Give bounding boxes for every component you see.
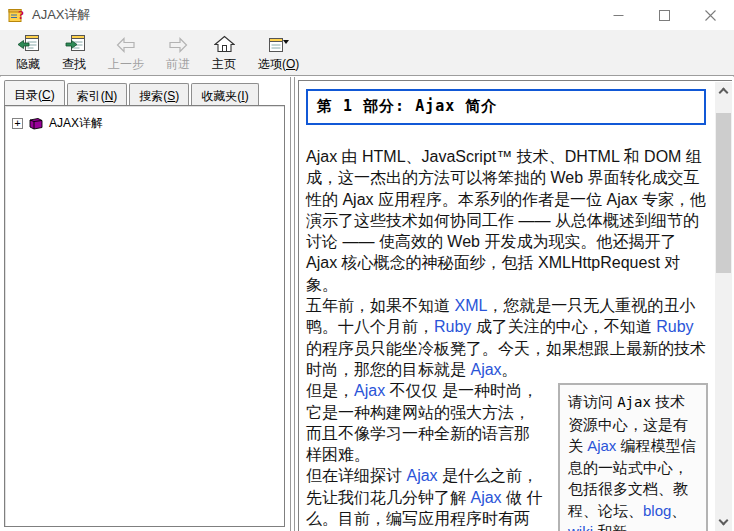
- locate-icon: [63, 33, 86, 53]
- home-icon: [214, 33, 235, 53]
- text-link[interactable]: blog: [643, 502, 671, 519]
- toolbar-button-options[interactable]: 选项(O): [247, 30, 310, 75]
- article-heading: 第 1 部分: Ajax 简介: [306, 89, 706, 125]
- sidebar-tabs: 目录(C) 索引(N) 搜索(S) 收藏夹(I): [4, 80, 259, 105]
- chevron-up-icon: [719, 88, 729, 98]
- text-run: 成了关注的中心，不知道: [471, 318, 656, 335]
- back-arrow-icon: [116, 33, 136, 53]
- title-bar: ? AJAX详解: [0, 0, 734, 30]
- tree-item-label: AJAX详解: [49, 115, 103, 132]
- text-link[interactable]: Ajax: [470, 489, 501, 506]
- text-link[interactable]: Ajax: [587, 437, 616, 454]
- help-book-icon: ?: [8, 7, 25, 23]
- close-button[interactable]: [687, 1, 733, 30]
- toolbar-label: 前进: [166, 56, 190, 73]
- toolbar-label: 隐藏: [16, 56, 40, 73]
- text-run: 。: [502, 361, 518, 378]
- tab-search[interactable]: 搜索(S): [129, 83, 189, 105]
- code-text: Ajax: [617, 394, 651, 410]
- maximize-button[interactable]: [641, 1, 687, 30]
- tab-contents[interactable]: 目录(C): [4, 80, 65, 105]
- forward-arrow-icon: [168, 33, 188, 53]
- tab-favorites[interactable]: 收藏夹(I): [191, 83, 258, 105]
- text-run: Ajax 由 HTML、JavaScript™ 技术、DHTML 和 DOM 组…: [306, 148, 706, 293]
- chevron-down-icon: [719, 516, 729, 526]
- document-body: 第 1 部分: Ajax 简介 Ajax 由 HTML、JavaScript™ …: [300, 82, 714, 531]
- text-run: 五年前，如果不知道: [306, 297, 454, 314]
- scroll-down-button[interactable]: [715, 514, 732, 531]
- toolbar: 隐藏 查找 上一步: [0, 30, 734, 76]
- tree-item-ajax[interactable]: + AJAX详解: [5, 106, 284, 132]
- text-link[interactable]: XML: [454, 297, 487, 314]
- paragraph: 五年前，如果不知道 XML，您就是一只无人重视的丑小鸭。十八个月前，Ruby 成…: [306, 295, 708, 380]
- contents-tree: + AJAX详解: [4, 105, 285, 527]
- vertical-scrollbar[interactable]: [715, 82, 732, 531]
- paragraph: Ajax 由 HTML、JavaScript™ 技术、DHTML 和 DOM 组…: [306, 146, 708, 295]
- options-icon: [267, 33, 291, 53]
- text-run: 、: [671, 502, 686, 519]
- toolbar-label: 上一步: [108, 56, 144, 73]
- text-run: 但在详细探讨: [306, 467, 406, 484]
- content-pane: 第 1 部分: Ajax 简介 Ajax 由 HTML、JavaScript™ …: [298, 80, 732, 531]
- scroll-up-button[interactable]: [715, 82, 732, 99]
- resource-center-box: 请访问 Ajax 技术资源中心，这是有关 Ajax 编程模型信息的一站式中心，包…: [558, 383, 708, 531]
- text-run: 请访问: [568, 393, 617, 410]
- help-viewer-window: ? AJAX详解: [0, 0, 734, 531]
- expand-plus-icon[interactable]: +: [12, 118, 23, 129]
- text-link[interactable]: Ajax: [354, 382, 385, 399]
- main-area: 目录(C) 索引(N) 搜索(S) 收藏夹(I) + AJAX详解: [0, 77, 734, 531]
- toolbar-label: 主页: [212, 56, 236, 73]
- text-link[interactable]: Ajax: [470, 361, 501, 378]
- toolbar-button-home[interactable]: 主页: [201, 30, 247, 75]
- toolbar-button-hide[interactable]: 隐藏: [5, 30, 51, 75]
- window-title: AJAX详解: [32, 6, 91, 24]
- text-link[interactable]: Ruby: [656, 318, 693, 335]
- toolbar-button-back[interactable]: 上一步: [97, 30, 155, 75]
- toolbar-button-forward[interactable]: 前进: [155, 30, 201, 75]
- text-link[interactable]: Ruby: [434, 318, 471, 335]
- scrollbar-thumb[interactable]: [716, 113, 731, 273]
- svg-text:?: ?: [18, 8, 24, 22]
- hide-panel-icon: [17, 33, 40, 53]
- window-controls: [595, 1, 733, 30]
- text-run: 和新: [593, 523, 627, 531]
- book-icon: [28, 117, 44, 130]
- text-run: 但是，: [306, 382, 354, 399]
- minimize-button[interactable]: [595, 1, 641, 30]
- maximize-icon: [659, 10, 670, 21]
- toolbar-label: 查找: [62, 56, 86, 73]
- pane-splitter[interactable]: [286, 77, 298, 531]
- minimize-icon: [613, 10, 624, 21]
- text-link[interactable]: wiki: [568, 523, 593, 531]
- toolbar-label: 选项(O): [258, 56, 299, 73]
- close-icon: [705, 10, 716, 21]
- tab-index[interactable]: 索引(N): [67, 83, 128, 105]
- text-link[interactable]: Ajax: [406, 467, 437, 484]
- toolbar-button-find[interactable]: 查找: [51, 30, 97, 75]
